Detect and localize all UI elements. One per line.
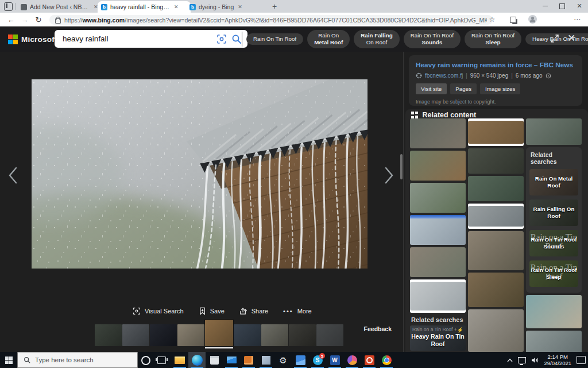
search-icon[interactable]	[231, 34, 242, 44]
visit-site-button[interactable]: Visit site	[416, 83, 447, 94]
taskbar-app-media-app[interactable]	[361, 352, 378, 368]
filmstrip-thumb[interactable]	[95, 324, 122, 346]
taskbar-app-outlook[interactable]	[240, 352, 257, 368]
screen: Add New Post ‹ NBC SVG — Wo ✕ b heavy ra…	[0, 0, 588, 368]
tray-chevron-icon[interactable]	[507, 358, 513, 362]
related-image-thumb[interactable]	[468, 148, 524, 174]
taskbar-app-photos[interactable]	[292, 352, 309, 368]
fullscreen-icon[interactable]	[550, 34, 559, 43]
image-source-title-link[interactable]: Heavy rain warning remains in force – FB…	[416, 61, 575, 69]
related-image-thumb[interactable]	[410, 118, 466, 148]
related-search-tile[interactable]: Rain on a Tin RoofRain On Tin Roof Sound…	[529, 230, 578, 256]
related-image-thumb[interactable]	[526, 118, 582, 145]
cortana-icon[interactable]	[141, 356, 150, 365]
filmstrip-thumb[interactable]	[234, 324, 261, 346]
related-image-thumb[interactable]	[526, 295, 582, 328]
profile-avatar[interactable]	[528, 15, 537, 24]
taskbar-app-chrome[interactable]	[378, 352, 395, 368]
related-image-thumb[interactable]	[468, 176, 524, 201]
tab-close-icon[interactable]: ✕	[173, 3, 180, 10]
more-dots-icon: •••	[283, 308, 293, 315]
save-button[interactable]: Save	[199, 307, 225, 315]
window-minimize-button[interactable]	[536, 0, 554, 12]
related-image-thumb[interactable]	[410, 183, 466, 213]
feedback-link[interactable]: Feedback	[346, 325, 392, 332]
related-image-thumb[interactable]	[468, 118, 524, 146]
related-search-tile[interactable]: Rain on a Tin Roof +⚡Heavy Rain On Tin R…	[410, 325, 466, 351]
filmstrip-thumb[interactable]	[316, 324, 343, 346]
related-image-thumb[interactable]	[468, 309, 524, 352]
related-image-thumb[interactable]	[410, 215, 466, 245]
refresh-button[interactable]: ↻	[33, 14, 44, 25]
related-image-thumb[interactable]	[410, 279, 466, 313]
window-close-button[interactable]: ✕	[571, 0, 588, 12]
taskbar-app-sticky-notes[interactable]	[257, 352, 274, 368]
map-window-titlebar	[410, 215, 466, 218]
related-search-tile[interactable]: Rain Falling On Roof	[529, 200, 578, 226]
related-image-thumb[interactable]	[468, 231, 524, 270]
address-bar[interactable]: https://www.bing.com/images/search?view=…	[49, 15, 493, 25]
tab-close-icon[interactable]: ✕	[237, 3, 243, 10]
taskbar-app-paint-3d[interactable]	[343, 352, 361, 368]
taskbar-app-mail[interactable]	[223, 352, 240, 368]
next-image-arrow[interactable]	[380, 166, 397, 185]
visual-search-icon[interactable]	[216, 34, 227, 44]
close-detail-icon[interactable]: ✕	[567, 32, 575, 44]
favorites-star-icon[interactable]: ☆	[487, 14, 497, 25]
related-search-pill[interactable]: Rain OnMetal Roof	[307, 30, 350, 48]
task-view-icon[interactable]	[157, 356, 166, 364]
taskbar-search-box[interactable]: Type here to search	[17, 352, 138, 368]
related-image-thumb[interactable]	[468, 204, 524, 229]
taskbar-clock[interactable]: 2:14 PM 29/04/2021	[544, 354, 571, 366]
source-domain-link[interactable]: fbcnews.com.fj	[425, 72, 463, 79]
collections-icon[interactable]	[508, 14, 518, 25]
related-search-tile[interactable]: Rain on a Tin RoofRain On Tin Roof Sleep	[529, 260, 578, 287]
image-sizes-button[interactable]: Image sizes	[480, 83, 520, 94]
search-query-text[interactable]: heavy rainfall	[63, 34, 216, 43]
related-search-pill[interactable]: Rain On Tin RoofSounds	[404, 30, 461, 48]
pages-button[interactable]: Pages	[450, 83, 477, 94]
action-center-icon[interactable]	[577, 356, 586, 364]
more-button[interactable]: ••• More	[283, 308, 312, 315]
taskbar-app-settings[interactable]: ⚙	[274, 352, 292, 368]
tab-wordpress[interactable]: Add New Post ‹ NBC SVG — Wo ✕	[17, 1, 103, 13]
taskbar-app-skype[interactable]: S5	[309, 352, 326, 368]
word-icon: W	[330, 355, 340, 365]
related-image-thumb[interactable]	[410, 247, 466, 277]
taskbar-app-file-explorer[interactable]	[171, 352, 188, 368]
browser-menu-icon[interactable]: ⋯	[572, 14, 582, 25]
taskbar-app-word[interactable]: W	[326, 352, 343, 368]
window-maximize-button[interactable]	[554, 0, 571, 12]
related-image-thumb[interactable]	[410, 151, 466, 181]
visual-search-button[interactable]: Visual Search	[133, 307, 184, 315]
filmstrip-thumb[interactable]	[150, 324, 177, 346]
related-search-tile[interactable]: Rain On Metal Roof	[529, 169, 578, 195]
new-tab-button[interactable]: +	[272, 2, 277, 11]
related-search-pill[interactable]: Rain On Tin Roof	[246, 33, 303, 45]
volume-icon[interactable]	[531, 357, 539, 363]
related-image-thumb[interactable]	[468, 273, 524, 307]
taskbar-app-edge[interactable]	[188, 352, 206, 368]
panel-scrollbar[interactable]	[400, 154, 403, 179]
share-button[interactable]: Share	[239, 307, 268, 315]
tab-actions-icon[interactable]	[4, 2, 13, 11]
main-image[interactable]	[32, 79, 368, 269]
back-button[interactable]: ←	[6, 14, 16, 25]
bing-search-box[interactable]: heavy rainfall	[55, 30, 247, 48]
filmstrip-thumb[interactable]	[177, 324, 204, 346]
tab-dyeing[interactable]: b dyeing - Bing ✕	[186, 1, 276, 13]
network-icon[interactable]	[518, 357, 526, 363]
filmstrip-thumb[interactable]	[289, 324, 316, 346]
related-search-tile-label: Rain On Tin Roof Sounds	[529, 236, 578, 250]
related-search-pill[interactable]: Rain On Tin RoofSleep	[465, 30, 521, 48]
windows-taskbar: Type here to search ⚙S5W 2:14 PM 29/04/2…	[0, 352, 588, 368]
filmstrip-thumb[interactable]	[261, 324, 288, 346]
filmstrip-thumb[interactable]	[205, 320, 233, 346]
taskbar-app-microsoft-store[interactable]	[206, 352, 223, 368]
start-button[interactable]	[0, 352, 17, 368]
previous-image-arrow[interactable]	[5, 166, 22, 185]
forward-button[interactable]: →	[20, 14, 30, 25]
filmstrip-thumb[interactable]	[122, 324, 149, 346]
tab-bing-images[interactable]: b heavy rainfall - Bing images ✕	[98, 1, 191, 13]
related-search-pill[interactable]: Rain FallingOn Roof	[354, 30, 400, 48]
